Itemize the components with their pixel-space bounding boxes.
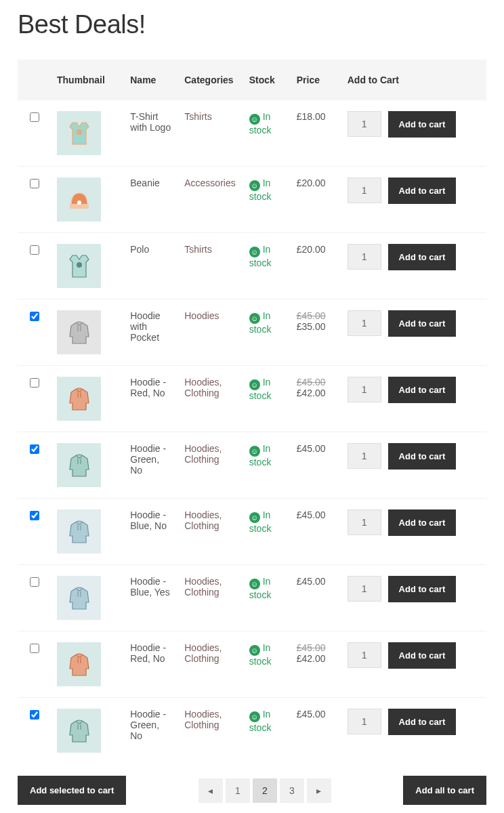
add-to-cart-button[interactable]: Add to cart [388, 310, 457, 337]
category-link[interactable]: Accessories [184, 178, 235, 188]
product-price: £45.00 [290, 698, 341, 764]
stock-status: ☺In stock [249, 443, 272, 467]
smiley-icon: ☺ [249, 247, 260, 257]
smiley-icon: ☺ [249, 512, 260, 523]
add-all-button[interactable]: Add all to cart [403, 776, 486, 805]
table-row: Hoodie - Blue, Yes Hoodies, Clothing ☺In… [18, 565, 486, 631]
pagination-page-2[interactable]: 2 [253, 778, 277, 803]
quantity-input[interactable] [348, 709, 381, 734]
quantity-input[interactable] [348, 178, 381, 203]
header-add-to-cart: Add to Cart [341, 60, 486, 100]
product-price: £45.00 [290, 499, 341, 565]
add-selected-button[interactable]: Add selected to cart [18, 776, 126, 805]
stock-status: ☺In stock [249, 576, 272, 600]
header-thumbnail: Thumbnail [50, 60, 123, 100]
row-checkbox[interactable] [30, 245, 39, 255]
product-thumbnail[interactable] [57, 642, 101, 686]
quantity-input[interactable] [348, 443, 381, 469]
add-to-cart-button[interactable]: Add to cart [388, 178, 457, 204]
product-thumbnail[interactable] [57, 244, 101, 288]
product-name: T-Shirt with Logo [123, 100, 177, 167]
header-price: Price [290, 60, 341, 100]
smiley-icon: ☺ [249, 446, 260, 457]
category-link[interactable]: Tshirts [184, 244, 211, 255]
pagination-prev[interactable]: ◂ [198, 778, 223, 803]
product-price: £45.00£42.00 [290, 366, 341, 432]
smiley-icon: ☺ [249, 579, 260, 589]
pagination-next[interactable]: ▸ [307, 778, 331, 803]
svg-point-3 [77, 262, 82, 268]
row-checkbox[interactable] [30, 444, 39, 454]
stock-status: ☺In stock [249, 310, 272, 335]
footer-actions: Add selected to cart ◂ 123 ▸ Add all to … [18, 776, 486, 805]
add-to-cart-button[interactable]: Add to cart [388, 709, 457, 735]
product-thumbnail[interactable] [57, 443, 101, 487]
table-row: Hoodie with Pocket Hoodies ☺In stock £45… [18, 299, 486, 366]
category-link[interactable]: Hoodies, Clothing [184, 509, 222, 531]
quantity-input[interactable] [348, 509, 381, 535]
product-name: Hoodie - Red, No [123, 631, 177, 698]
add-to-cart-button[interactable]: Add to cart [388, 111, 457, 138]
table-row: Polo Tshirts ☺In stock £20.00 Add to car… [18, 233, 486, 299]
pagination-page-1[interactable]: 1 [226, 778, 250, 803]
row-checkbox[interactable] [30, 112, 39, 122]
smiley-icon: ☺ [249, 379, 260, 390]
add-to-cart-button[interactable]: Add to cart [388, 443, 457, 470]
row-checkbox[interactable] [30, 511, 39, 520]
product-thumbnail[interactable] [57, 709, 101, 753]
pagination: ◂ 123 ▸ [198, 778, 331, 803]
product-thumbnail[interactable] [57, 111, 101, 155]
category-link[interactable]: Tshirts [184, 111, 211, 122]
product-thumbnail[interactable] [57, 178, 101, 222]
category-link[interactable]: Hoodies [184, 310, 219, 321]
table-row: Hoodie - Green, No Hoodies, Clothing ☺In… [18, 432, 486, 499]
row-checkbox[interactable] [30, 577, 39, 587]
product-price: £20.00 [290, 167, 341, 233]
page-title: Best Deals! [18, 10, 486, 39]
quantity-input[interactable] [348, 377, 381, 402]
add-to-cart-button[interactable]: Add to cart [388, 244, 457, 270]
row-checkbox[interactable] [30, 378, 39, 388]
product-name: Hoodie - Blue, No [123, 499, 177, 565]
product-price: £45.00 [290, 565, 341, 631]
pagination-page-3[interactable]: 3 [280, 778, 304, 803]
svg-point-0 [77, 129, 82, 135]
add-to-cart-button[interactable]: Add to cart [388, 642, 457, 669]
stock-status: ☺In stock [249, 244, 272, 268]
header-categories: Categories [177, 60, 242, 100]
header-name: Name [123, 60, 177, 100]
svg-rect-1 [70, 204, 89, 209]
stock-status: ☺In stock [249, 709, 272, 733]
category-link[interactable]: Hoodies, Clothing [184, 709, 222, 730]
stock-status: ☺In stock [249, 178, 272, 202]
category-link[interactable]: Hoodies, Clothing [184, 642, 222, 664]
add-to-cart-button[interactable]: Add to cart [388, 509, 457, 536]
smiley-icon: ☺ [249, 711, 260, 722]
row-checkbox[interactable] [30, 312, 39, 321]
row-checkbox[interactable] [30, 644, 39, 653]
quantity-input[interactable] [348, 310, 381, 336]
product-thumbnail[interactable] [57, 509, 101, 554]
stock-status: ☺In stock [249, 642, 272, 667]
svg-point-2 [77, 201, 81, 205]
product-name: Polo [123, 233, 177, 299]
product-price: £45.00£42.00 [290, 631, 341, 698]
add-to-cart-button[interactable]: Add to cart [388, 377, 457, 403]
add-to-cart-button[interactable]: Add to cart [388, 576, 457, 602]
product-name: Hoodie - Green, No [123, 698, 177, 764]
category-link[interactable]: Hoodies, Clothing [184, 443, 222, 465]
category-link[interactable]: Hoodies, Clothing [184, 377, 222, 398]
products-table: Thumbnail Name Categories Stock Price Ad… [18, 60, 486, 764]
product-thumbnail[interactable] [57, 576, 101, 620]
product-thumbnail[interactable] [57, 377, 101, 421]
quantity-input[interactable] [348, 111, 381, 137]
category-link[interactable]: Hoodies, Clothing [184, 576, 222, 598]
product-thumbnail[interactable] [57, 310, 101, 354]
smiley-icon: ☺ [249, 645, 260, 656]
row-checkbox[interactable] [30, 710, 39, 720]
quantity-input[interactable] [348, 244, 381, 270]
quantity-input[interactable] [348, 576, 381, 602]
product-name: Hoodie - Green, No [123, 432, 177, 499]
row-checkbox[interactable] [30, 179, 39, 188]
quantity-input[interactable] [348, 642, 381, 668]
